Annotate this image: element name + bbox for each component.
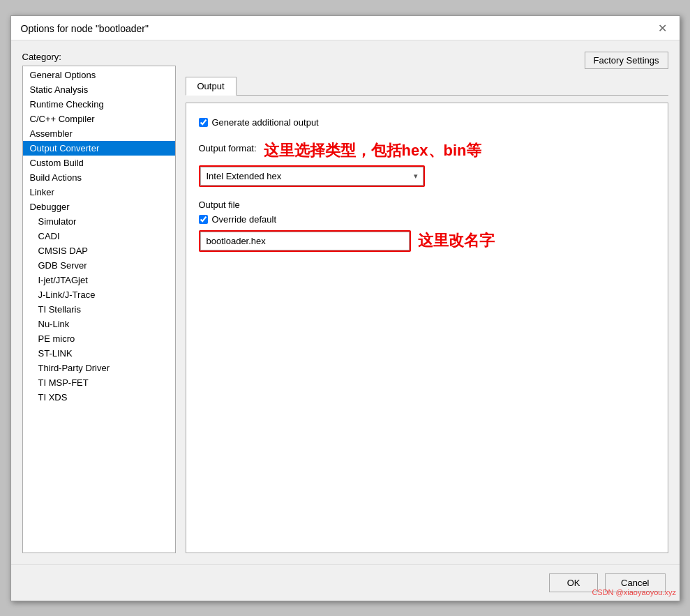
annotation-format-row: Output format: 这里选择类型，包括hex、bin等 bbox=[199, 140, 655, 161]
generate-checkbox-row: Generate additional output bbox=[199, 117, 655, 128]
category-item-custom-build[interactable]: Custom Build bbox=[23, 156, 175, 170]
category-item-runtime-checking[interactable]: Runtime Checking bbox=[23, 97, 175, 112]
output-format-label: Output format: bbox=[199, 143, 257, 153]
generate-checkbox[interactable] bbox=[199, 118, 208, 127]
category-item-cpp-compiler[interactable]: C/C++ Compiler bbox=[23, 112, 175, 126]
title-bar: Options for node "bootloader" ✕ bbox=[11, 16, 680, 40]
override-checkbox[interactable] bbox=[199, 215, 208, 224]
content-area: Generate additional output Output format… bbox=[186, 103, 668, 553]
close-button[interactable]: ✕ bbox=[655, 23, 670, 34]
category-item-ti-stellaris[interactable]: TI Stellaris bbox=[23, 302, 175, 317]
category-item-st-link[interactable]: ST-LINK bbox=[23, 346, 175, 361]
category-panel: Category: General OptionsStatic Analysis… bbox=[22, 52, 176, 553]
content-panel: Factory Settings Output Generate additio… bbox=[186, 52, 668, 553]
category-item-general-options[interactable]: General Options bbox=[23, 68, 175, 82]
category-item-i-jet[interactable]: I-jet/JTAGjet bbox=[23, 273, 175, 287]
override-label: Override default bbox=[212, 214, 277, 225]
category-item-debugger[interactable]: Debugger bbox=[23, 200, 175, 214]
dialog-body: Category: General OptionsStatic Analysis… bbox=[11, 40, 680, 564]
output-format-section: Output format: 这里选择类型，包括hex、bin等 Intel E… bbox=[199, 140, 655, 187]
category-item-pe-micro[interactable]: PE micro bbox=[23, 331, 175, 346]
format-select-wrapper: Intel Extended hexIntel hexMotorola S-re… bbox=[199, 165, 425, 187]
generate-section: Generate additional output bbox=[199, 117, 655, 128]
category-item-cmsis-dap[interactable]: CMSIS DAP bbox=[23, 243, 175, 258]
options-dialog: Options for node "bootloader" ✕ Category… bbox=[10, 15, 680, 601]
override-row: Override default bbox=[199, 214, 655, 225]
filename-input[interactable] bbox=[200, 232, 410, 250]
category-item-linker[interactable]: Linker bbox=[23, 185, 175, 200]
category-item-gdb-server[interactable]: GDB Server bbox=[23, 258, 175, 273]
category-item-j-link[interactable]: J-Link/J-Trace bbox=[23, 287, 175, 302]
category-item-cadi[interactable]: CADI bbox=[23, 229, 175, 243]
format-select[interactable]: Intel Extended hexIntel hexMotorola S-re… bbox=[200, 167, 423, 186]
annotation-filename-text: 这里改名字 bbox=[418, 230, 495, 251]
watermark: CSDN @xiaoyaoyou.xyz bbox=[592, 588, 676, 596]
category-item-simulator[interactable]: Simulator bbox=[23, 214, 175, 229]
dialog-footer: OK Cancel bbox=[11, 564, 680, 601]
category-item-nu-link[interactable]: Nu-Link bbox=[23, 317, 175, 331]
category-item-assembler[interactable]: Assembler bbox=[23, 126, 175, 141]
category-item-build-actions[interactable]: Build Actions bbox=[23, 170, 175, 185]
category-item-ti-xds[interactable]: TI XDS bbox=[23, 390, 175, 405]
dialog-title: Options for node "bootloader" bbox=[21, 23, 149, 34]
category-label: Category: bbox=[22, 52, 176, 62]
factory-settings-button[interactable]: Factory Settings bbox=[585, 52, 668, 69]
ok-button[interactable]: OK bbox=[549, 573, 598, 592]
output-file-label: Output file bbox=[199, 200, 655, 210]
tab-bar: Output bbox=[186, 76, 668, 96]
factory-row: Factory Settings bbox=[186, 52, 668, 69]
tab-output[interactable]: Output bbox=[186, 77, 237, 96]
category-item-static-analysis[interactable]: Static Analysis bbox=[23, 82, 175, 97]
category-item-output-converter[interactable]: Output Converter bbox=[23, 141, 175, 156]
category-item-third-party[interactable]: Third-Party Driver bbox=[23, 361, 175, 375]
output-file-section: Output file Override default 这里改名字 bbox=[199, 200, 655, 252]
category-list: General OptionsStatic AnalysisRuntime Ch… bbox=[22, 66, 176, 553]
category-item-ti-msp-fet[interactable]: TI MSP-FET bbox=[23, 375, 175, 390]
generate-label: Generate additional output bbox=[212, 117, 319, 128]
filename-wrapper bbox=[199, 230, 411, 252]
filename-annotation-row: 这里改名字 bbox=[199, 230, 655, 252]
annotation-format-text: 这里选择类型，包括hex、bin等 bbox=[264, 140, 482, 161]
